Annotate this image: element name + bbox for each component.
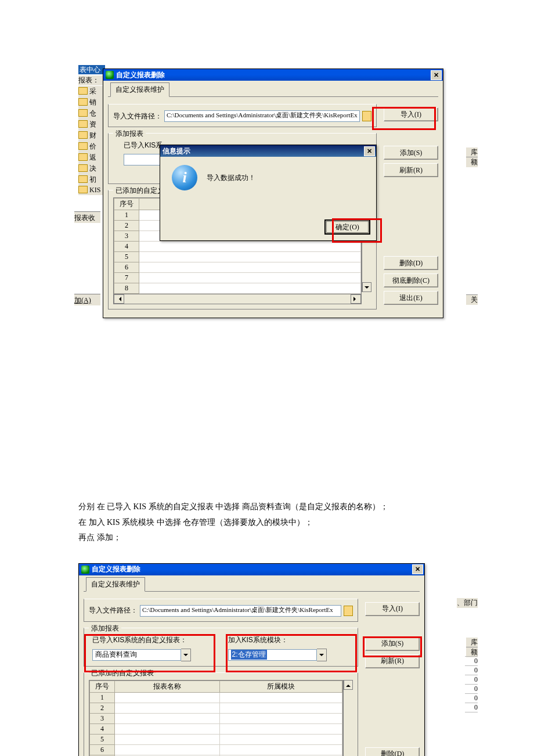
added-table: 序号 报表名称 所属模块 1 2 3 4 5 6: [89, 680, 343, 756]
import-button[interactable]: 导入(I): [384, 107, 438, 121]
path-label: 导入文件路径：: [89, 606, 138, 615]
label-imported: 已导入KIS系统的自定义报表：: [92, 635, 218, 645]
tab-maintain[interactable]: 自定义报表维护: [110, 82, 169, 97]
path-input[interactable]: C:\Documents and Settings\Administrator\…: [140, 605, 341, 617]
table-row[interactable]: 7: [114, 273, 139, 283]
label-module: 加入KIS系统模块：: [228, 635, 353, 645]
close-icon[interactable]: [412, 564, 423, 574]
bg-frag-add: 加(A): [74, 294, 100, 305]
add-button[interactable]: 添加(S): [365, 637, 420, 651]
doc-paragraph-1: 分别 在 已导入 KIS 系统的自定义报表 中选择 商品资料查询（是自定义报表的…: [0, 488, 534, 546]
bg-frag-right: 、部门: [457, 598, 478, 608]
import-button[interactable]: 导入(I): [365, 602, 420, 616]
msgbox-text: 导入数据成功！: [207, 173, 370, 183]
dialog-title: 自定义报表删除: [92, 564, 140, 574]
app-icon: [81, 566, 89, 574]
tree-item[interactable]: 返: [78, 152, 104, 163]
exit-button[interactable]: 退出(E): [384, 291, 438, 305]
folder-icon: [78, 164, 88, 172]
bg-frag-right: 库: [466, 147, 478, 157]
hard-delete-button[interactable]: 彻底删除(C): [384, 273, 438, 287]
group-add-legend: 添加报表: [113, 129, 146, 139]
table-row[interactable]: 2: [90, 703, 115, 713]
group-add-legend: 添加报表: [89, 624, 121, 633]
screenshot-2: 、部门 库 额 0 0 0 0 0 0 关闭(E) 自定义报表删除 自定义报表维…: [78, 563, 461, 756]
path-input[interactable]: C:\Documents and Settings\Administrator\…: [164, 110, 360, 122]
app-icon: [106, 71, 114, 79]
tree-item[interactable]: 财: [78, 130, 104, 141]
table-row[interactable]: 4: [114, 242, 139, 252]
folder-icon: [78, 175, 88, 183]
tree-item[interactable]: 仓: [78, 108, 104, 119]
browse-icon[interactable]: [362, 111, 371, 121]
browse-icon[interactable]: [344, 606, 353, 616]
refresh-button[interactable]: 刷新(R): [384, 163, 438, 177]
table-row[interactable]: 6: [114, 262, 139, 273]
col-seq: 序号: [114, 199, 139, 210]
table-row[interactable]: 4: [90, 723, 115, 734]
v-scrollbar[interactable]: [343, 680, 353, 756]
folder-icon: [78, 109, 88, 117]
bg-frag-right: 额: [466, 157, 478, 167]
msgbox-titlebar[interactable]: 信息提示: [160, 145, 376, 157]
folder-icon: [78, 87, 88, 95]
folder-icon: [78, 120, 88, 128]
table-row[interactable]: 1: [90, 692, 115, 703]
imported-report-dropdown[interactable]: 商品资料查询: [92, 649, 191, 661]
table-row[interactable]: 8: [114, 283, 139, 294]
button-column: 导入(I) 添加(S) 刷新(R) 删除(D) 彻底删除(C) 退出(E): [365, 602, 418, 756]
delete-button[interactable]: 删除(D): [384, 256, 438, 270]
screenshot-1: 表中心 报表： 采 销 仓 资 财 价 返 决 初 KIS 报表收 加(A) 库…: [78, 65, 461, 309]
bg-frag-fav: 报表收: [74, 211, 100, 223]
delete-button[interactable]: 删除(D): [365, 747, 420, 756]
chevron-down-icon[interactable]: [181, 649, 191, 661]
path-label: 导入文件路径：: [113, 111, 162, 121]
tree-item[interactable]: 初: [78, 174, 104, 185]
bg-tree: 采 销 仓 资 财 价 返 决 初 KIS: [78, 86, 104, 195]
refresh-button[interactable]: 刷新(R): [365, 654, 420, 668]
tree-item[interactable]: 决: [78, 163, 104, 174]
group-added-legend: 已添加的自定义: [113, 186, 167, 196]
close-icon[interactable]: [431, 70, 442, 80]
bg-left-label: 报表：: [78, 75, 104, 85]
msgbox: 信息提示 导入数据成功！ 确定(O): [160, 145, 377, 241]
bg-frag-titlebar: 表中心: [78, 65, 105, 74]
tree-item[interactable]: 销: [78, 97, 104, 108]
group-added-legend: 已添加的自定义报表: [89, 668, 156, 678]
table-row[interactable]: 5: [90, 734, 115, 744]
table-row[interactable]: 5: [114, 252, 139, 262]
table-row[interactable]: 6: [90, 744, 115, 755]
info-icon: [172, 165, 197, 190]
add-button[interactable]: 添加(S): [384, 146, 438, 160]
chevron-down-icon[interactable]: [317, 649, 327, 661]
folder-icon: [78, 131, 88, 139]
bg-frag-right: 关: [466, 294, 478, 305]
tree-item[interactable]: KIS: [78, 185, 104, 195]
titlebar[interactable]: 自定义报表删除: [79, 564, 424, 575]
table-row[interactable]: 2: [114, 221, 139, 231]
module-dropdown[interactable]: 2:仓存管理: [228, 649, 327, 661]
bg-frag-right: 库: [466, 638, 478, 647]
titlebar[interactable]: 自定义报表删除: [103, 69, 443, 81]
tree-item[interactable]: 采: [78, 86, 104, 97]
tree-item[interactable]: 价: [78, 141, 104, 152]
col-seq: 序号: [90, 681, 115, 692]
msgbox-title: 信息提示: [163, 146, 190, 156]
col-name: 报表名称: [115, 681, 220, 692]
custom-report-delete-dialog-2: 自定义报表删除 自定义报表维护 导入文件路径： C:\Documents and…: [78, 563, 425, 756]
table-row[interactable]: 3: [90, 713, 115, 723]
folder-icon: [78, 186, 88, 193]
button-column: 导入(I) 添加(S) 刷新(R) 删除(D) 彻底删除(C) 退出(E): [384, 107, 437, 305]
ok-button[interactable]: 确定(O): [324, 219, 370, 235]
folder-icon: [78, 98, 88, 106]
table-row[interactable]: 3: [114, 231, 139, 242]
h-scrollbar[interactable]: [114, 294, 361, 304]
tab-maintain[interactable]: 自定义报表维护: [86, 577, 145, 592]
folder-icon: [78, 153, 88, 161]
table-row[interactable]: 1: [114, 210, 139, 221]
folder-icon: [78, 142, 88, 150]
bg-zeros: 0 0 0 0 0 0: [465, 656, 478, 712]
dialog-title: 自定义报表删除: [116, 70, 165, 80]
tree-item[interactable]: 资: [78, 119, 104, 130]
close-icon[interactable]: [364, 146, 375, 156]
